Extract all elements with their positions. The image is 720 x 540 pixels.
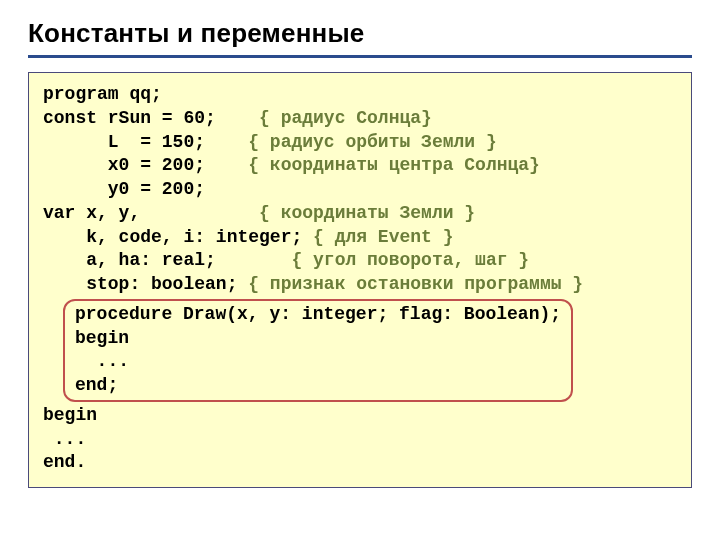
- code-line: ...: [43, 429, 86, 449]
- code-line: end.: [43, 452, 86, 472]
- code-comment: { признак остановки программы }: [248, 274, 583, 294]
- code-comment: { координаты Земли }: [259, 203, 475, 223]
- code-comment: { радиус орбиты Земли }: [248, 132, 496, 152]
- code-line: ...: [75, 351, 129, 371]
- code-line: end;: [75, 375, 118, 395]
- code-line: x0 = 200;: [43, 155, 205, 175]
- code-line: stop: boolean;: [43, 274, 237, 294]
- procedure-content: procedure Draw(x, y: integer; flag: Bool…: [75, 303, 561, 398]
- code-comment: { радиус Солнца}: [259, 108, 432, 128]
- code-tail: begin ... end.: [43, 404, 677, 475]
- code-comment: { координаты центра Солнца}: [248, 155, 540, 175]
- code-comment: { для Event }: [313, 227, 453, 247]
- procedure-box: procedure Draw(x, y: integer; flag: Bool…: [63, 299, 573, 402]
- code-line: const rSun = 60;: [43, 108, 216, 128]
- code-line: k, code, i: integer;: [43, 227, 302, 247]
- code-line: var x, y,: [43, 203, 140, 223]
- code-line: y0 = 200;: [43, 179, 205, 199]
- code-line: procedure Draw(x, y: integer; flag: Bool…: [75, 304, 561, 324]
- code-line: begin: [75, 328, 129, 348]
- code-content: program qq; const rSun = 60; { радиус Со…: [43, 83, 677, 297]
- slide-title: Константы и переменные: [28, 18, 692, 58]
- code-line: L = 150;: [43, 132, 205, 152]
- slide: Константы и переменные program qq; const…: [0, 0, 720, 506]
- code-line: begin: [43, 405, 97, 425]
- code-comment: { угол поворота, шаг }: [291, 250, 529, 270]
- code-block: program qq; const rSun = 60; { радиус Со…: [28, 72, 692, 488]
- code-line: program qq;: [43, 84, 162, 104]
- code-line: a, ha: real;: [43, 250, 216, 270]
